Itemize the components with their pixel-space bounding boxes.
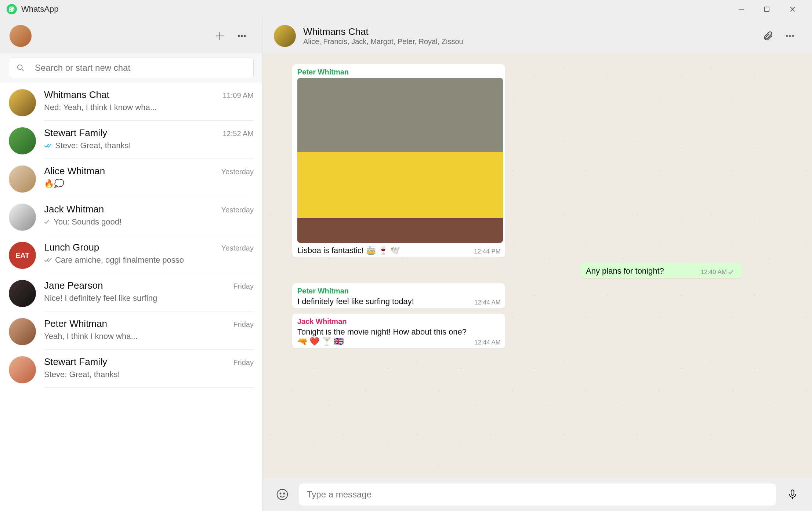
chat-list-item[interactable]: Jack WhitmanYesterdayYou: Sounds good!	[0, 197, 262, 235]
sidebar-header	[0, 18, 262, 53]
chat-avatar[interactable]	[274, 25, 296, 47]
whatsapp-icon	[7, 4, 17, 14]
chat-subtitle: Alice, Francis, Jack, Margot, Peter, Roy…	[303, 37, 757, 46]
chat-item-avatar	[9, 165, 36, 193]
chat-item-name: Jack Whitman	[44, 204, 217, 215]
message-text: Lisboa is fantastic! 🚋 🍷 🕊️	[297, 246, 500, 255]
message-sender: Jack Whitman	[297, 317, 500, 326]
chat-item-avatar	[9, 318, 36, 345]
chat-item-name: Lunch Group	[44, 242, 217, 253]
chat-item-preview: Ned: Yeah, I think I know wha...	[44, 103, 254, 112]
chat-item-time: Friday	[233, 358, 254, 367]
voice-button[interactable]	[783, 485, 802, 504]
chat-item-name: Stewart Family	[44, 127, 218, 139]
messages-pane[interactable]: Peter WhitmanLisboa is fantastic! 🚋 🍷 🕊️…	[263, 53, 812, 478]
my-avatar[interactable]	[10, 25, 32, 47]
composer	[263, 478, 812, 511]
image-attachment[interactable]	[297, 78, 503, 243]
chat-item-preview: You: Sounds good!	[44, 217, 254, 227]
chat-item-time: Yesterday	[221, 168, 254, 176]
chat-item-time: 12:52 AM	[222, 129, 254, 138]
chat-item-preview: Nice! I definitely feel like surfing	[44, 293, 254, 303]
close-button[interactable]	[780, 0, 805, 18]
message-sender: Peter Whitman	[297, 287, 500, 295]
chat-list-item[interactable]: EATLunch GroupYesterdayCare amiche, oggi…	[0, 235, 262, 273]
svg-point-16	[284, 493, 285, 494]
emoji-button[interactable]	[273, 485, 291, 504]
chat-item-preview: Care amiche, oggi finalmente posso	[44, 255, 254, 265]
titlebar: WhatsApp	[0, 0, 812, 18]
svg-point-11	[786, 35, 788, 37]
message-sender: Peter Whitman	[297, 68, 500, 76]
new-chat-button[interactable]	[209, 25, 231, 47]
chat-item-time: Yesterday	[221, 244, 254, 252]
maximize-button[interactable]	[754, 0, 780, 18]
svg-rect-17	[791, 490, 794, 496]
search-field[interactable]	[35, 63, 246, 73]
search-input[interactable]	[9, 58, 254, 78]
chat-header: Whitmans Chat Alice, Francis, Jack, Marg…	[263, 18, 812, 53]
minimize-button[interactable]	[728, 0, 754, 18]
message-time: 12:44 PM	[474, 248, 501, 255]
chat-item-avatar: EAT	[9, 242, 36, 269]
chat-list-item[interactable]: Peter WhitmanFridayYeah, I think I know …	[0, 311, 262, 350]
chat-item-preview: Steve: Great, thanks!	[44, 370, 254, 379]
chat-item-time: Friday	[233, 320, 254, 329]
chat-item-avatar	[9, 89, 36, 116]
chat-item-preview: Steve: Great, thanks!	[44, 141, 254, 150]
search-icon	[17, 64, 25, 72]
chat-list-item[interactable]: Stewart Family12:52 AMSteve: Great, than…	[0, 121, 262, 159]
chat-list[interactable]: Whitmans Chat11:09 AMNed: Yeah, I think …	[0, 83, 262, 511]
chat-item-avatar	[9, 127, 36, 154]
chat-item-preview: Yeah, I think I know wha...	[44, 332, 254, 341]
svg-point-9	[18, 65, 22, 70]
message-incoming[interactable]: Peter WhitmanLisboa is fantastic! 🚋 🍷 🕊️…	[292, 64, 505, 258]
message-input[interactable]	[307, 489, 768, 500]
message-outgoing[interactable]: Any plans for tonight?12:40 AM	[581, 263, 742, 278]
message-incoming[interactable]: Peter WhitmanI definitely feel like surf…	[292, 283, 505, 309]
svg-point-13	[792, 35, 794, 37]
chat-item-time: 11:09 AM	[222, 91, 254, 100]
chat-item-name: Alice Whitman	[44, 165, 217, 177]
message-input-wrap[interactable]	[299, 483, 776, 505]
chat-item-preview: 🔥💭	[44, 179, 254, 189]
svg-point-6	[238, 35, 240, 37]
message-time: 12:44 AM	[474, 299, 501, 306]
chat-item-avatar	[9, 204, 36, 231]
svg-point-8	[244, 35, 246, 37]
message-time: 12:44 AM	[474, 339, 501, 346]
app-name: WhatsApp	[21, 4, 59, 14]
chat-item-name: Stewart Family	[44, 356, 229, 368]
chat-list-item[interactable]: Stewart FamilyFridaySteve: Great, thanks…	[0, 350, 262, 388]
menu-button[interactable]	[231, 25, 253, 47]
svg-point-7	[241, 35, 243, 37]
chat-menu-button[interactable]	[779, 25, 801, 47]
search-wrap	[0, 53, 262, 83]
chat-item-name: Jane Pearson	[44, 280, 229, 291]
sidebar: Whitmans Chat11:09 AMNed: Yeah, I think …	[0, 18, 263, 511]
svg-rect-1	[765, 7, 769, 11]
chat-list-item[interactable]: Alice WhitmanYesterday🔥💭	[0, 159, 262, 197]
chat-item-name: Whitmans Chat	[44, 89, 218, 101]
svg-point-12	[789, 35, 791, 37]
chat-item-avatar	[9, 280, 36, 307]
message-text: Tonight is the movie night! How about th…	[297, 327, 500, 346]
svg-line-10	[22, 69, 24, 71]
svg-point-14	[277, 489, 287, 500]
chat-item-time: Friday	[233, 282, 254, 291]
chat-item-name: Peter Whitman	[44, 318, 229, 329]
message-text: I definitely feel like surfing today!	[297, 297, 500, 306]
svg-point-15	[280, 493, 281, 494]
main-pane: Whitmans Chat Alice, Francis, Jack, Marg…	[263, 18, 812, 511]
attach-button[interactable]	[757, 25, 779, 47]
chat-list-item[interactable]: Jane PearsonFridayNice! I definitely fee…	[0, 273, 262, 311]
chat-list-item[interactable]: Whitmans Chat11:09 AMNed: Yeah, I think …	[0, 83, 262, 121]
message-time: 12:40 AM	[700, 269, 738, 276]
chat-item-time: Yesterday	[221, 206, 254, 214]
chat-title[interactable]: Whitmans Chat	[303, 26, 757, 37]
message-incoming[interactable]: Jack WhitmanTonight is the movie night! …	[292, 314, 505, 348]
chat-item-avatar	[9, 356, 36, 383]
